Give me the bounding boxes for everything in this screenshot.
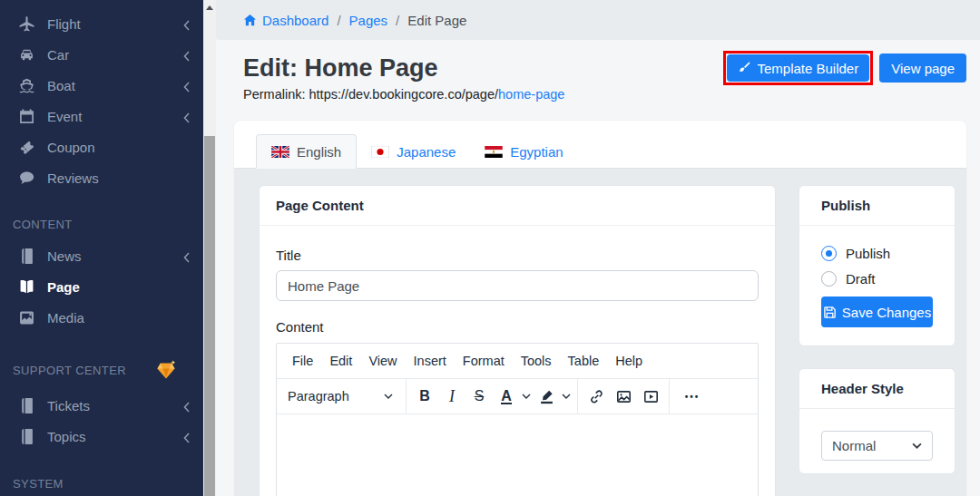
menu-help[interactable]: Help [607, 351, 651, 371]
italic-button[interactable]: I [438, 383, 466, 410]
sidebar-item-news[interactable]: News [0, 240, 203, 271]
sidebar-section-content: CONTENT [0, 215, 203, 233]
sidebar-item-media[interactable]: Media [0, 302, 203, 333]
header-style-card-title: Header Style [799, 369, 955, 409]
header-style-select[interactable]: Normal [821, 431, 933, 461]
sidebar-item-tickets[interactable]: Tickets [0, 390, 203, 421]
calendar-icon [18, 109, 34, 124]
breadcrumb-label: Pages [349, 13, 388, 28]
menu-format[interactable]: Format [455, 351, 513, 371]
sidebar-item-label: News [47, 248, 82, 264]
editor-content-area[interactable] [277, 414, 758, 496]
sidebar-section-support-center: SUPPORT CENTER [0, 361, 203, 379]
scrollbar-up-arrow[interactable] [203, 2, 216, 13]
strikethrough-button[interactable]: S [466, 383, 493, 410]
open-book-icon [18, 279, 34, 295]
chevron-left-icon [182, 431, 191, 442]
tab-content: Page Content Title Content File Edit Vie… [234, 169, 966, 496]
highlight-color-button[interactable] [533, 383, 560, 410]
view-page-label: View page [891, 61, 955, 76]
save-changes-button[interactable]: Save Changes [821, 297, 933, 327]
plane-icon [18, 16, 34, 32]
breadcrumb-pages-link[interactable]: Pages [349, 13, 388, 28]
sidebar-item-coupon[interactable]: Coupon [0, 131, 203, 162]
main-content: Dashboard / Pages / Edit Page Edit: Home… [216, 0, 980, 496]
book-icon [18, 398, 34, 413]
tab-japanese[interactable]: Japanese [357, 134, 470, 169]
link-button[interactable] [583, 383, 610, 410]
menu-insert[interactable]: Insert [406, 351, 455, 371]
coupon-icon [18, 140, 34, 155]
tab-english[interactable]: English [256, 134, 357, 169]
bold-button[interactable]: B [411, 383, 438, 410]
permalink-slug-link[interactable]: home-page [498, 87, 564, 102]
block-format-value: Paragraph [288, 389, 349, 404]
save-changes-label: Save Changes [842, 305, 931, 320]
block-format-select[interactable]: Paragraph [281, 383, 401, 410]
sidebar-item-label: Flight [47, 16, 81, 32]
radio-draft-label: Draft [846, 271, 876, 287]
publish-card-title: Publish [799, 186, 955, 226]
header-style-value: Normal [832, 438, 876, 453]
sidebar-item-reviews[interactable]: Reviews [0, 162, 203, 193]
gem-icon [155, 360, 177, 380]
sidebar-item-page[interactable]: Page [0, 271, 203, 302]
sidebar-scrollbar[interactable] [203, 0, 216, 496]
menu-file[interactable]: File [284, 351, 321, 371]
tab-label: Egyptian [510, 144, 563, 160]
editor-toolbar: Paragraph B I S A [277, 379, 758, 414]
menu-view[interactable]: View [360, 351, 405, 371]
chevron-down-icon[interactable] [560, 383, 573, 410]
chevron-left-icon [182, 400, 191, 411]
chevron-down-icon[interactable] [520, 383, 533, 410]
menu-edit[interactable]: Edit [321, 351, 360, 371]
tab-label: English [297, 144, 341, 160]
title-input[interactable] [276, 270, 759, 301]
home-icon [243, 14, 257, 27]
draft-radio-option[interactable]: Draft [821, 271, 933, 287]
book-icon [18, 248, 34, 264]
view-page-button[interactable]: View page [879, 53, 966, 83]
breadcrumb-dashboard-link[interactable]: Dashboard [243, 13, 328, 28]
sidebar-item-label: Media [47, 310, 84, 326]
edit-page-card: English Japanese Egyptian Page Content T… [234, 121, 966, 496]
chevron-left-icon [182, 111, 191, 122]
language-tabs: English Japanese Egyptian [234, 121, 966, 169]
more-tools-button[interactable]: ••• [674, 383, 710, 410]
save-icon [823, 306, 837, 319]
insert-image-button[interactable] [610, 383, 637, 410]
breadcrumb-separator: / [396, 13, 399, 28]
book-icon [18, 429, 34, 444]
japan-flag-icon [371, 146, 389, 158]
comment-icon [18, 170, 34, 186]
scrollbar-thumb[interactable] [204, 136, 215, 496]
insert-video-button[interactable] [637, 383, 664, 410]
sidebar-item-event[interactable]: Event [0, 101, 203, 131]
sidebar-item-boat[interactable]: Boat [0, 70, 203, 101]
publish-radio-option[interactable]: Publish [821, 246, 933, 261]
menu-table[interactable]: Table [560, 351, 608, 371]
sidebar-item-label: Coupon [47, 140, 95, 155]
paintbrush-icon [738, 62, 750, 74]
sidebar-item-topics[interactable]: Topics [0, 421, 203, 452]
sidebar-item-flight[interactable]: Flight [0, 8, 203, 39]
sidebar-item-car[interactable]: Car [0, 39, 203, 70]
sidebar-section-system: SYSTEM [0, 474, 203, 492]
text-color-glyph: A [501, 389, 512, 404]
breadcrumb-separator: / [337, 13, 340, 28]
boat-icon [18, 78, 34, 93]
menu-tools[interactable]: Tools [513, 351, 560, 371]
sidebar-item-label: Boat [47, 78, 75, 93]
template-builder-button[interactable]: Template Builder [727, 54, 869, 82]
sidebar-item-label: Car [47, 47, 69, 63]
radio-publish[interactable] [821, 246, 837, 261]
sidebar: Flight Car Boat Event Coupon Reviews CON… [0, 0, 203, 496]
sidebar-item-label: Event [47, 109, 82, 124]
tab-egyptian[interactable]: Egyptian [470, 134, 577, 169]
radio-draft[interactable] [821, 271, 837, 287]
breadcrumb: Dashboard / Pages / Edit Page [216, 0, 980, 40]
chevron-left-icon [182, 18, 191, 29]
permalink: Permalink: https://dev.bookingcore.co/pa… [243, 87, 980, 102]
chevron-down-icon [912, 443, 922, 449]
text-color-button[interactable]: A [493, 383, 520, 410]
